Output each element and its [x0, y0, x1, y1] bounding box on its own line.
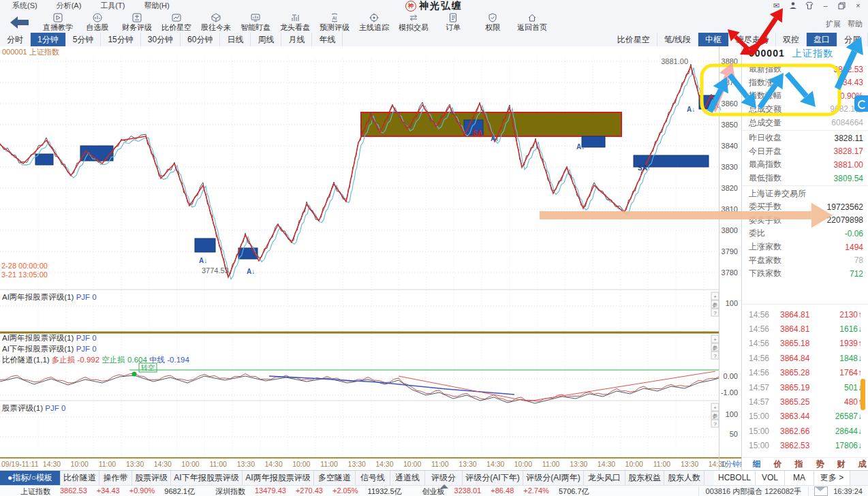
svg-text:10:00: 10:00	[292, 460, 310, 468]
indicator-tab-股东权益[interactable]: 股东权益	[625, 471, 664, 485]
toolbar-button-龙头看盘[interactable]: 龙头看盘	[275, 12, 315, 33]
quote-header: 000001 上证指数	[742, 48, 868, 61]
panel-indicator-VOL[interactable]: VOL	[756, 471, 785, 485]
floating-assistant-button[interactable]	[854, 95, 868, 112]
quote-row: 上海证券交易所	[742, 187, 868, 200]
menu-item[interactable]: 工具(T)	[91, 0, 134, 12]
svg-text:10:00: 10:00	[71, 460, 89, 468]
minimize-icon[interactable]: –	[820, 1, 831, 10]
window-buttons: ✉–×	[771, 1, 864, 10]
toolbar-button-预测评级[interactable]: AI预测评级	[315, 12, 354, 33]
toolbar-button-返回首页[interactable]: 返回首页	[512, 12, 552, 33]
trade-time: 14:57	[749, 397, 780, 407]
close-icon[interactable]: ×	[852, 1, 864, 10]
mode-tab-缠尽走势[interactable]: 缠尽走势	[729, 33, 776, 46]
svg-text:A↓: A↓	[247, 268, 255, 275]
indicator-tab-评级分(AI两年)[interactable]: 评级分(AI两年)	[523, 471, 584, 485]
toolbar-button-财务评级[interactable]: 财务评级	[117, 12, 157, 33]
indicator-tab-指标模板[interactable]: ●指标/○模板	[0, 471, 61, 485]
tab-divider	[704, 471, 714, 486]
panel-indicator-HCBOLL[interactable]: HCBOLL	[714, 471, 756, 485]
indicator-tab-AI下年报股票评级[interactable]: AI下年报股票评级	[171, 471, 243, 485]
indicator-tab-评级分(AI下年)[interactable]: 评级分(AI下年)	[463, 471, 523, 485]
panel-tab-成[interactable]: 成	[858, 459, 867, 470]
quick-link-扩展[interactable]: 扩展	[826, 19, 841, 29]
indicator-tab-操作带[interactable]: 操作带	[99, 471, 132, 485]
toolbar-button-主线追踪[interactable]: 主线追踪	[354, 12, 394, 33]
period-tab-分时[interactable]: 分时	[0, 33, 31, 46]
period-tab-60分钟[interactable]: 60分钟	[181, 33, 220, 46]
indicator-tab-多空隧道[interactable]: 多空隧道	[314, 471, 356, 485]
menu-item[interactable]: 系统(S)	[3, 0, 47, 12]
menu-item[interactable]: 帮助(H)	[134, 0, 179, 12]
panel-indicator-MA[interactable]: MA	[785, 471, 814, 485]
panel-scrollbar-thumb[interactable]	[861, 379, 865, 410]
indicator-tab-评级分[interactable]: 评级分	[425, 471, 463, 485]
indicator-tab-龙头风口[interactable]: 龙头风口	[584, 471, 625, 485]
mode-tab-中枢[interactable]: 中枢	[698, 33, 729, 46]
message-icon[interactable]	[814, 486, 828, 496]
indicator-tab-股票评级[interactable]: 股票评级	[132, 471, 171, 485]
svg-text:+: +	[713, 337, 717, 343]
toolbar-button-比价星空[interactable]: 比价星空	[157, 12, 196, 33]
toolbar-button-权限[interactable]: 权限	[473, 12, 512, 33]
period-tab-月线[interactable]: 月线	[281, 33, 312, 46]
mode-tab-比价星空[interactable]: 比价星空	[610, 33, 657, 46]
toolbar-button-订单[interactable]: 订单	[433, 12, 473, 33]
indicator-tab-信号线[interactable]: 信号线	[356, 471, 390, 485]
toolbar-button-模拟交易[interactable]: 模拟交易	[394, 12, 433, 33]
period-tab-5分钟[interactable]: 5分钟	[66, 33, 102, 46]
app-window: 系统(S)分析(A)工具(T)帮助(H) 神 神光弘缠 ✉–× 直播教学自选股财…	[0, 0, 868, 496]
indicator-tab-比价隧道[interactable]: 比价隧道	[61, 471, 99, 485]
trade-volume: 501↓	[825, 383, 862, 392]
period-tab-1分钟[interactable]: 1分钟	[31, 33, 66, 46]
menu-item[interactable]: 分析(A)	[47, 0, 91, 12]
toolbar-button-自选股[interactable]: 自选股	[78, 12, 117, 33]
quote-row: 委卖手数22079898	[742, 214, 868, 228]
toolbar-button-直播教学[interactable]: 直播教学	[38, 12, 78, 33]
mail-icon[interactable]: ✉	[771, 1, 782, 10]
toolbar-button-智能盯盘[interactable]: 智能盯盘	[236, 12, 275, 33]
panel-separator	[742, 130, 868, 131]
period-tab-年线[interactable]: 年线	[312, 33, 343, 46]
mode-tab-笔/线段[interactable]: 笔/线段	[657, 33, 698, 46]
toolbar-button-股往今来[interactable]: 股往今来	[196, 12, 236, 33]
trade-time: 15:00	[749, 427, 780, 436]
main-chart[interactable]: 3880387038603850384038303820381038003790…	[0, 46, 741, 470]
user-icon[interactable]	[787, 1, 799, 10]
index-pct: +2.74%	[523, 486, 549, 496]
indicator-tabs: ●指标/○模板比价隧道操作带股票评级AI下年报股票评级AI两年报股票评级多空隧道…	[0, 470, 868, 486]
svg-text:14:30: 14:30	[375, 460, 393, 468]
toolbar-button-label: 预测评级	[320, 23, 350, 32]
quote-row: 指数涨幅0.90%	[742, 89, 868, 103]
quick-link-帮助[interactable]: 帮助	[848, 19, 863, 29]
app-title: 神 神光弘缠	[405, 0, 463, 12]
svg-text:14:30: 14:30	[43, 460, 61, 468]
quote-value: 6084664	[831, 118, 863, 127]
panel-tab-细[interactable]: 细	[753, 459, 761, 470]
quote-label: 指数涨幅	[749, 90, 781, 102]
period-tab-30分钟[interactable]: 30分钟	[141, 33, 181, 46]
period-tab-日线[interactable]: 日线	[220, 33, 251, 46]
mode-tab-双控[interactable]: 双控	[776, 33, 807, 46]
mode-tab-分屏[interactable]: 分屏	[837, 33, 868, 46]
indicator-tab-通道线[interactable]: 通道线	[390, 471, 425, 485]
period-tab-周线[interactable]: 周线	[251, 33, 281, 46]
panel-tab-价[interactable]: 价	[774, 459, 782, 470]
tab-scroll-notch[interactable]	[440, 484, 448, 489]
quote-value: 712	[850, 269, 863, 279]
mode-tab-盘口[interactable]: 盘口	[807, 33, 837, 46]
skin-icon[interactable]	[803, 1, 815, 10]
back-button[interactable]	[10, 16, 30, 29]
period-tab-15分钟[interactable]: 15分钟	[101, 33, 140, 46]
indicator-tab-AI两年报股票评级[interactable]: AI两年报股票评级	[243, 471, 314, 485]
panel-tab-财[interactable]: 财	[837, 459, 846, 470]
panel-tab-势[interactable]: 势	[816, 459, 824, 470]
panel-indicator-更多 >[interactable]: 更多 >	[814, 471, 850, 485]
restore-icon[interactable]	[836, 1, 848, 10]
panel-tab-指[interactable]: 指	[795, 459, 803, 470]
quote-row: 平盘家数78	[742, 253, 868, 267]
toolbar-button-label: 主线追踪	[359, 23, 389, 32]
quote-value: 19723562	[827, 202, 863, 212]
indicator-tab-股东人数[interactable]: 股东人数	[664, 471, 704, 485]
